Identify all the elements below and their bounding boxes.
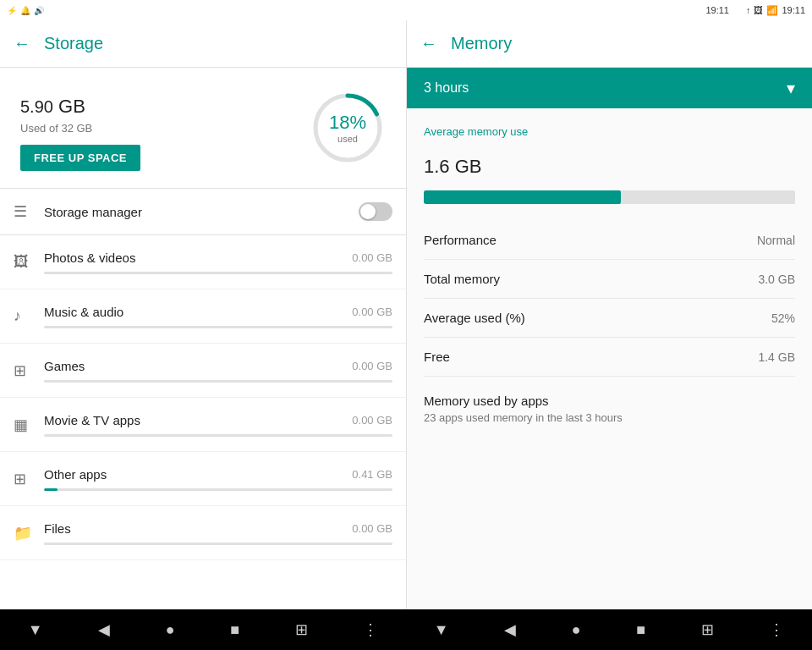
photos-name: Photos & videos (44, 251, 135, 265)
wifi-icon: 📶 (766, 5, 778, 16)
movie-content: Movie & TV apps 0.00 GB (44, 413, 392, 437)
other-apps-content: Other apps 0.41 GB (44, 467, 392, 491)
list-item[interactable]: 🖼 Photos & videos 0.00 GB (0, 235, 406, 289)
games-bar (44, 380, 392, 383)
storage-used-label: Used of 32 GB (20, 122, 140, 135)
games-size: 0.00 GB (352, 360, 392, 372)
circle-text: 18% used (329, 112, 366, 144)
apps-subtitle: 23 apps used memory in the last 3 hours (424, 411, 795, 424)
memory-title: Memory (451, 34, 512, 53)
photos-icon: 🖼 (14, 253, 44, 271)
status-bar: ⚡ 🔔 🔊 19:11 ↑ 🖼 📶 19:11 (0, 0, 812, 20)
time-selector-button[interactable]: 3 hours ▾ (407, 68, 812, 108)
storage-title: Storage (44, 34, 103, 53)
status-bar-right: 19:11 ↑ 🖼 📶 19:11 (705, 5, 805, 16)
performance-label: Performance (424, 233, 497, 247)
bottom-nav: ▼ ◀ ● ■ ⊞ ⋮ ▼ ◀ ● ■ ⊞ ⋮ (0, 609, 812, 650)
movie-icon: ▦ (14, 416, 44, 434)
upload-icon: ↑ (746, 5, 751, 15)
apps-title: Memory used by apps (424, 394, 795, 408)
storage-amount: 5.90 GB (20, 85, 140, 120)
nav-recent-button-r[interactable]: ■ (629, 614, 652, 646)
memory-amount: 1.6 GB (424, 145, 795, 180)
storage-manager-label: Storage manager (44, 205, 359, 219)
list-item[interactable]: ⊞ Other apps 0.41 GB (0, 452, 406, 506)
movie-bar (44, 434, 392, 437)
nav-grid-button[interactable]: ⊞ (288, 614, 315, 646)
nav-down-button[interactable]: ▼ (21, 614, 50, 646)
memory-back-button[interactable]: ← (420, 34, 437, 53)
photos-bar (44, 272, 392, 274)
avg-used-stat: Average used (%) 52% (424, 299, 795, 338)
circle-percent: 18% (329, 112, 366, 134)
performance-stat: Performance Normal (424, 221, 795, 260)
nav-down-button-r[interactable]: ▼ (427, 614, 456, 646)
nav-left: ▼ ◀ ● ■ ⊞ ⋮ (0, 609, 406, 650)
other-apps-bar (44, 488, 392, 491)
music-icon: ♪ (14, 307, 44, 325)
memory-panel: ← Memory 3 hours ▾ Average memory use 1.… (406, 20, 812, 609)
nav-home-button-r[interactable]: ● (565, 614, 588, 646)
list-item[interactable]: 📁 Files 0.00 GB (0, 506, 406, 560)
avg-used-label: Average used (%) (424, 311, 525, 325)
storage-manager-item[interactable]: ☰ Storage manager (0, 189, 406, 235)
storage-list: ☰ Storage manager 🖼 Photos & videos 0.00… (0, 189, 406, 609)
storage-summary: 5.90 GB Used of 32 GB FREE UP SPACE 18% … (0, 68, 406, 189)
files-bar (44, 543, 392, 545)
movie-name: Movie & TV apps (44, 413, 140, 427)
music-content: Music & audio 0.00 GB (44, 305, 392, 328)
nav-more-button-r[interactable]: ⋮ (762, 614, 791, 646)
photos-content: Photos & videos 0.00 GB (44, 251, 392, 274)
notification-icon: 🔔 (20, 6, 30, 15)
nav-recent-button[interactable]: ■ (223, 614, 246, 646)
memory-bar-fill (424, 190, 621, 204)
nav-right: ▼ ◀ ● ■ ⊞ ⋮ (406, 609, 812, 650)
nav-back-button[interactable]: ◀ (91, 614, 117, 646)
performance-value: Normal (757, 234, 795, 247)
photo-icon: 🖼 (754, 5, 763, 15)
storage-manager-toggle[interactable] (359, 202, 392, 221)
files-icon: 📁 (14, 524, 44, 543)
chevron-down-icon: ▾ (787, 78, 795, 98)
memory-usage-bar (424, 190, 795, 204)
free-label: Free (424, 350, 450, 364)
games-icon: ⊞ (14, 361, 44, 380)
memory-apps-section[interactable]: Memory used by apps 23 apps used memory … (424, 394, 795, 424)
nav-back-button-r[interactable]: ◀ (497, 614, 523, 646)
storage-manager-icon: ☰ (14, 202, 44, 221)
free-up-space-button[interactable]: FREE UP SPACE (20, 145, 140, 171)
list-item[interactable]: ▦ Movie & TV apps 0.00 GB (0, 398, 406, 452)
nav-grid-button-r[interactable]: ⊞ (694, 614, 721, 646)
volume-icon: 🔊 (34, 6, 44, 15)
total-memory-label: Total memory (424, 272, 500, 286)
status-bar-left: ⚡ 🔔 🔊 (7, 6, 44, 15)
music-bar (44, 326, 392, 328)
other-apps-icon: ⊞ (14, 470, 44, 488)
storage-panel: ← Storage 5.90 GB Used of 32 GB FREE UP … (0, 20, 406, 609)
music-size: 0.00 GB (352, 306, 392, 318)
circle-used-label: used (329, 134, 366, 144)
games-name: Games (44, 359, 85, 373)
avg-memory-label: Average memory use (424, 125, 795, 138)
storage-back-button[interactable]: ← (14, 34, 30, 53)
list-item[interactable]: ♪ Music & audio 0.00 GB (0, 289, 406, 344)
storage-header: ← Storage (0, 20, 406, 68)
files-size: 0.00 GB (352, 522, 392, 535)
nav-home-button[interactable]: ● (159, 614, 182, 646)
memory-content: Average memory use 1.6 GB Performance No… (407, 108, 812, 609)
movie-size: 0.00 GB (352, 414, 392, 427)
time-label: 3 hours (424, 80, 469, 96)
photos-size: 0.00 GB (352, 251, 392, 264)
bluetooth-icon: ⚡ (7, 6, 17, 15)
nav-more-button[interactable]: ⋮ (356, 614, 385, 646)
files-name: Files (44, 521, 71, 536)
files-content: Files 0.00 GB (44, 521, 392, 545)
games-content: Games 0.00 GB (44, 359, 392, 383)
list-item[interactable]: ⊞ Games 0.00 GB (0, 344, 406, 398)
storage-circle-chart: 18% used (310, 90, 386, 166)
storage-info: 5.90 GB Used of 32 GB FREE UP SPACE (20, 85, 140, 171)
time-left: 19:11 (705, 5, 729, 15)
other-apps-size: 0.41 GB (352, 468, 392, 481)
avg-used-value: 52% (771, 311, 795, 325)
total-memory-stat: Total memory 3.0 GB (424, 260, 795, 299)
